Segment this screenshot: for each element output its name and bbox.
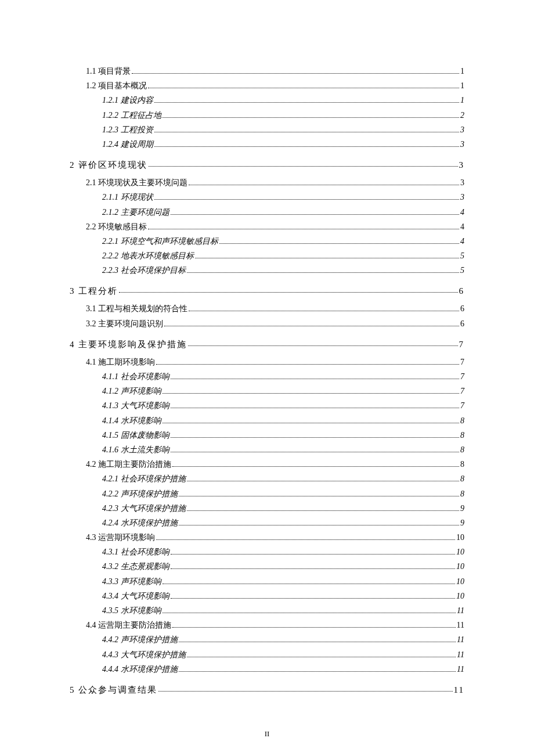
toc-leader xyxy=(163,416,460,423)
toc-entry[interactable]: 2.2 环境敏感目标4 xyxy=(70,219,464,234)
toc-label: 1.2.2 工程征占地 xyxy=(102,108,161,123)
toc-label: 2.1 环境现状及主要环境问题 xyxy=(86,175,187,190)
toc-entry[interactable]: 4.2 施工期主要防治措施8 xyxy=(70,457,464,471)
toc-entry[interactable]: 4.1.2 声环境影响7 xyxy=(70,384,464,398)
toc-label: 4.3.3 声环境影响 xyxy=(102,574,161,589)
toc-page: 2 xyxy=(460,108,464,123)
toc-leader xyxy=(164,319,459,326)
toc-entry[interactable]: 1.2.1 建设内容1 xyxy=(70,93,464,107)
toc-label: 4 主要环境影响及保护措施 xyxy=(70,337,187,352)
toc-page: 8 xyxy=(460,442,464,457)
toc-entry[interactable]: 3 工程分析6 xyxy=(70,283,464,299)
toc-page: 5 xyxy=(460,249,464,263)
toc-page: 7 xyxy=(460,398,464,413)
toc-page: 3 xyxy=(460,123,464,137)
toc-leader xyxy=(171,430,460,438)
toc-leader xyxy=(163,387,460,394)
toc-entry[interactable]: 4.3 运营期环境影响10 xyxy=(70,530,464,545)
toc-label: 4.4 运营期主要防治措施 xyxy=(86,618,171,632)
toc-entry[interactable]: 4.2.2 声环境保护措施8 xyxy=(70,487,464,501)
toc-entry[interactable]: 2.1 环境现状及主要环境问题3 xyxy=(70,175,464,190)
toc-label: 2 评价区环境现状 xyxy=(70,157,147,173)
toc-entry[interactable]: 4.2.3 大气环境保护措施9 xyxy=(70,501,464,516)
toc-leader xyxy=(156,357,459,365)
toc-entry[interactable]: 4.1 施工期环境影响7 xyxy=(70,355,464,369)
table-of-contents: 1.1 项目背景11.2 项目基本概况11.2.1 建设内容11.2.2 工程征… xyxy=(70,64,464,698)
toc-entry[interactable]: 2.1.2 主要环境问题4 xyxy=(70,205,464,219)
toc-label: 4.1 施工期环境影响 xyxy=(86,355,155,369)
toc-entry[interactable]: 3.2 主要环境问题识别6 xyxy=(70,316,464,331)
toc-entry[interactable]: 4.2.4 水环境保护措施9 xyxy=(70,516,464,530)
toc-leader xyxy=(154,193,460,200)
toc-label: 4.3.4 大气环境影响 xyxy=(102,589,169,603)
toc-label: 4.2.1 社会环境保护措施 xyxy=(102,471,186,486)
toc-label: 3 工程分析 xyxy=(70,283,118,299)
toc-entry[interactable]: 4.1.1 社会环境影响7 xyxy=(70,369,464,384)
toc-leader xyxy=(171,372,460,379)
toc-label: 1.2.1 建设内容 xyxy=(102,93,153,107)
toc-leader xyxy=(158,685,452,693)
toc-page: 4 xyxy=(460,205,464,219)
toc-label: 4.1.5 固体废物影响 xyxy=(102,428,169,442)
toc-page: 8 xyxy=(460,487,464,501)
toc-page: 8 xyxy=(460,471,464,486)
toc-entry[interactable]: 2.2.1 环境空气和声环境敏感目标4 xyxy=(70,234,464,249)
toc-label: 4.1.6 水土流失影响 xyxy=(102,442,169,457)
toc-page: 7 xyxy=(459,337,465,352)
toc-label: 2.2 环境敏感目标 xyxy=(86,219,147,234)
toc-page: 1 xyxy=(460,64,464,78)
toc-label: 1.2.3 工程投资 xyxy=(102,123,153,137)
toc-leader xyxy=(172,460,459,467)
toc-entry[interactable]: 1.2.3 工程投资3 xyxy=(70,123,464,137)
toc-page: 11 xyxy=(457,603,464,618)
toc-entry[interactable]: 1.2.2 工程征占地2 xyxy=(70,108,464,123)
toc-entry[interactable]: 4.1.3 大气环境影响7 xyxy=(70,398,464,413)
toc-leader xyxy=(188,339,457,347)
toc-entry[interactable]: 4.3.5 水环境影响11 xyxy=(70,603,464,618)
toc-entry[interactable]: 2.1.1 环境现状3 xyxy=(70,190,464,204)
toc-entry[interactable]: 4.3.3 声环境影响10 xyxy=(70,574,464,589)
toc-entry[interactable]: 4.4.4 水环境保护措施11 xyxy=(70,662,464,676)
toc-label: 4.4.2 声环境保护措施 xyxy=(102,632,178,647)
toc-label: 4.4.3 大气环境保护措施 xyxy=(102,647,186,662)
toc-label: 3.2 主要环境问题识别 xyxy=(86,316,163,331)
toc-entry[interactable]: 4.3.4 大气环境影响10 xyxy=(70,589,464,603)
toc-entry[interactable]: 4.3.1 社会环境影响10 xyxy=(70,545,464,559)
toc-page: 8 xyxy=(460,457,464,471)
toc-entry[interactable]: 4.2.1 社会环境保护措施8 xyxy=(70,471,464,486)
toc-entry[interactable]: 4.4.2 声环境保护措施11 xyxy=(70,632,464,647)
toc-page: 11 xyxy=(454,682,464,698)
toc-entry[interactable]: 4.1.4 水环境影响8 xyxy=(70,413,464,428)
toc-entry[interactable]: 4.3.2 生态景观影响10 xyxy=(70,559,464,574)
toc-page: 3 xyxy=(460,190,464,204)
toc-label: 4.4.4 水环境保护措施 xyxy=(102,662,178,676)
toc-entry[interactable]: 1.2.4 建设周期3 xyxy=(70,137,464,152)
toc-leader xyxy=(163,110,460,118)
toc-entry[interactable]: 2.2.3 社会环境保护目标5 xyxy=(70,263,464,278)
toc-leader xyxy=(179,489,460,496)
toc-page: 10 xyxy=(456,574,464,589)
toc-leader xyxy=(171,401,460,409)
toc-label: 4.3 运营期环境影响 xyxy=(86,530,155,545)
toc-entry[interactable]: 4.1.6 水土流失影响8 xyxy=(70,442,464,457)
toc-entry[interactable]: 2 评价区环境现状3 xyxy=(70,157,464,173)
toc-entry[interactable]: 2.2.2 地表水环境敏感目标5 xyxy=(70,249,464,263)
toc-leader xyxy=(187,266,460,273)
toc-page: 8 xyxy=(460,413,464,428)
toc-entry[interactable]: 4.4.3 大气环境保护措施11 xyxy=(70,647,464,662)
toc-leader xyxy=(163,606,456,613)
toc-entry[interactable]: 1.2 项目基本概况1 xyxy=(70,78,464,93)
toc-entry[interactable]: 3.1 工程与相关规划的符合性6 xyxy=(70,301,464,316)
toc-entry[interactable]: 1.1 项目背景1 xyxy=(70,64,464,78)
toc-leader xyxy=(171,207,460,215)
toc-entry[interactable]: 5 公众参与调查结果11 xyxy=(70,682,464,698)
toc-page: 1 xyxy=(460,93,464,107)
toc-entry[interactable]: 4.1.5 固体废物影响8 xyxy=(70,428,464,442)
toc-entry[interactable]: 4 主要环境影响及保护措施7 xyxy=(70,337,464,352)
toc-label: 1.1 项目背景 xyxy=(86,64,131,78)
toc-label: 4.1.4 水环境影响 xyxy=(102,413,161,428)
toc-leader xyxy=(119,286,457,294)
toc-leader xyxy=(189,178,459,186)
toc-leader xyxy=(187,650,456,657)
toc-entry[interactable]: 4.4 运营期主要防治措施11 xyxy=(70,618,464,632)
